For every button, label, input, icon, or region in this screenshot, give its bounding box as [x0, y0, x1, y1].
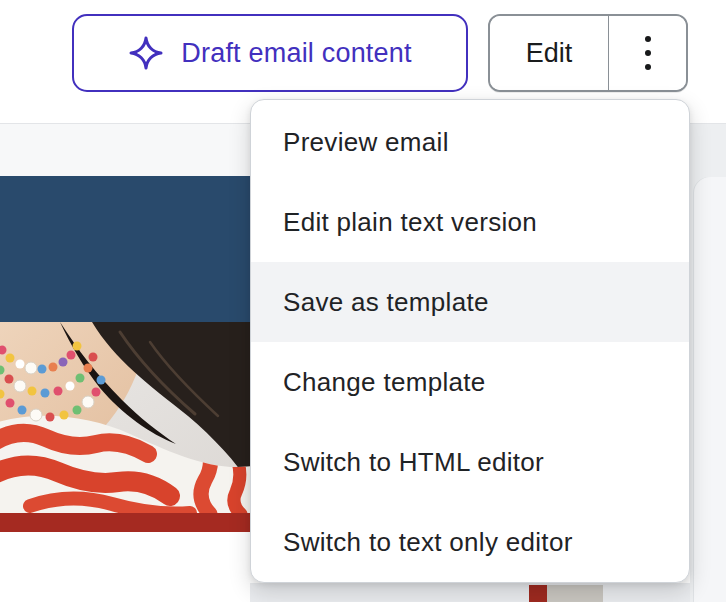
menu-item-preview-email[interactable]: Preview email	[251, 102, 689, 182]
menu-item-switch-to-text-only-editor[interactable]: Switch to text only editor	[251, 502, 689, 582]
kebab-menu-icon	[645, 36, 651, 70]
draft-email-content-button[interactable]: Draft email content	[72, 14, 468, 92]
edit-split-button: Edit	[488, 14, 688, 92]
below-menu-background	[250, 583, 690, 602]
menu-item-switch-to-html-editor[interactable]: Switch to HTML editor	[251, 422, 689, 502]
draft-button-label: Draft email content	[181, 38, 411, 69]
email-red-accent-block	[529, 585, 547, 602]
menu-item-edit-plain-text-version[interactable]: Edit plain text version	[251, 182, 689, 262]
menu-item-save-as-template[interactable]: Save as template	[251, 262, 689, 342]
email-hero-photo	[0, 322, 250, 513]
sparkle-icon	[128, 35, 164, 71]
menu-item-change-template[interactable]: Change template	[251, 342, 689, 422]
more-actions-button[interactable]	[609, 16, 686, 90]
email-beige-block	[547, 585, 603, 602]
actions-dropdown-menu: Preview email Edit plain text version Sa…	[250, 99, 690, 583]
sidebar-card-edge	[694, 177, 726, 602]
edit-button[interactable]: Edit	[490, 16, 608, 90]
email-editor-screen: ABOUT NE	[0, 0, 726, 602]
